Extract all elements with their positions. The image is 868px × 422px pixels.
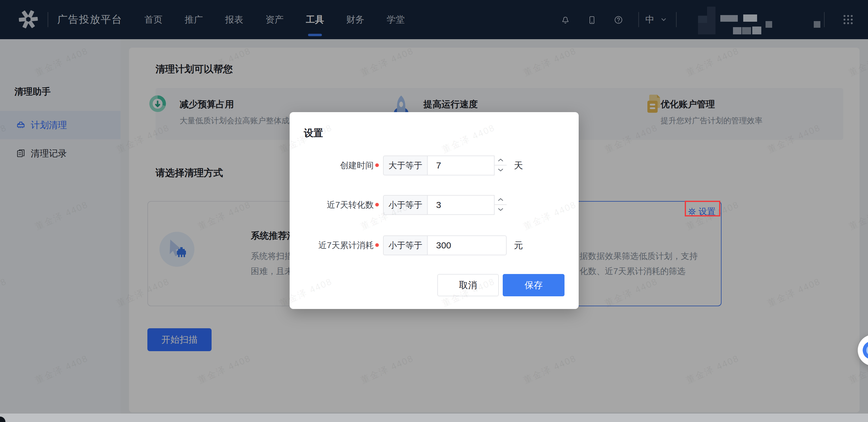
operator-select[interactable]: 小于等于 [383, 235, 427, 255]
form-row-create-time: 创建时间 大于等于 天 [290, 155, 579, 175]
assistant-logo-icon [858, 335, 868, 366]
spinner-down-button[interactable] [495, 165, 507, 175]
number-spinner [494, 195, 507, 215]
spinner-down-button[interactable] [495, 205, 507, 215]
annotation-highlight-box [685, 201, 720, 216]
unit-label: 天 [514, 155, 523, 175]
operator-select[interactable]: 小于等于 [383, 195, 427, 215]
total-cost-input[interactable] [427, 235, 507, 255]
spinner-up-button[interactable] [495, 195, 507, 205]
operator-select[interactable]: 大于等于 [383, 155, 427, 175]
save-button[interactable]: 保存 [503, 274, 564, 296]
required-dot [375, 203, 379, 207]
dialog-title: 设置 [304, 127, 323, 140]
field-label: 创建时间 [340, 155, 374, 175]
app-root: 广告投放平台 首页 推广 报表 资产 工具 财务 学堂 中 [0, 0, 868, 422]
required-dot [375, 163, 379, 167]
settings-dialog: 设置 创建时间 大于等于 天 [290, 112, 579, 309]
form-row-total-cost: 近7天累计消耗 小于等于 元 [290, 235, 579, 255]
number-spinner [494, 155, 507, 175]
required-dot [375, 243, 379, 247]
field-label: 近7天转化数 [327, 195, 374, 215]
window-bottom-strip [0, 414, 868, 422]
form-row-conversions: 近7天转化数 小于等于 [290, 195, 579, 215]
floating-assistant-button[interactable] [858, 335, 868, 366]
field-label: 近7天累计消耗 [318, 235, 374, 255]
unit-label: 元 [514, 235, 523, 255]
spinner-up-button[interactable] [495, 155, 507, 165]
cancel-button[interactable]: 取消 [437, 274, 499, 296]
